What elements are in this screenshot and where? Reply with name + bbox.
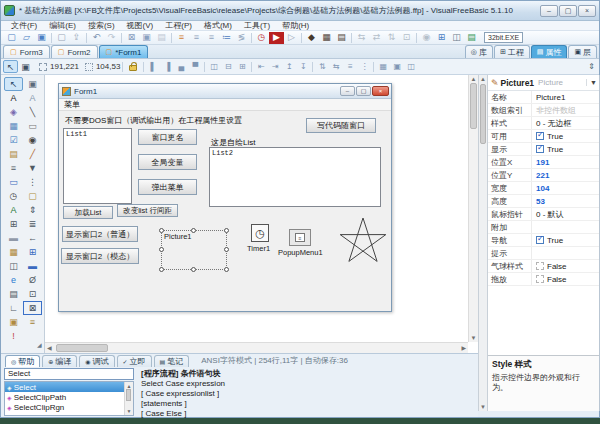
show-window2-modal-button[interactable]: 显示窗口2（模态） bbox=[61, 248, 139, 264]
menu-item[interactable]: 工程(P) bbox=[159, 21, 198, 31]
picture1-selected-control[interactable]: Picture1 bbox=[161, 230, 227, 270]
toolbox-scroll-icon[interactable]: ◢ bbox=[37, 341, 42, 348]
help-list-item[interactable]: ◈ Select bbox=[5, 382, 124, 392]
listview-tool[interactable]: ▤ bbox=[4, 287, 23, 301]
resize-handle[interactable] bbox=[191, 267, 196, 272]
scroll-thumb[interactable] bbox=[126, 389, 131, 401]
scroll-down-icon[interactable]: ▼ bbox=[479, 404, 487, 410]
undo-icon[interactable]: ↶ bbox=[89, 32, 104, 44]
run-alt-icon[interactable]: ▷ bbox=[284, 32, 299, 44]
load-list-button[interactable]: 加载List bbox=[63, 206, 113, 219]
properties-scrollbar[interactable]: ▲ ▼ bbox=[478, 75, 488, 411]
resize-handle[interactable] bbox=[159, 247, 164, 252]
form-button[interactable]: 弹出菜单 bbox=[138, 179, 197, 195]
space-down-icon[interactable]: ↧ bbox=[296, 61, 310, 73]
property-row[interactable]: 气球样式 False bbox=[488, 260, 599, 273]
maximize-button[interactable]: ▢ bbox=[559, 5, 577, 17]
align-right-icon[interactable]: ▐ bbox=[160, 61, 174, 73]
property-value[interactable]: 221 bbox=[532, 171, 599, 180]
bottom-tab[interactable]: ⊕ 编译 bbox=[42, 355, 77, 367]
property-value[interactable]: False bbox=[532, 275, 599, 284]
build-image-icon[interactable]: ▦ bbox=[319, 32, 334, 44]
close-button[interactable]: × bbox=[578, 5, 596, 17]
pointer-tool[interactable]: ↖ bbox=[4, 77, 23, 91]
toolbar-overflow-spinner[interactable]: ⇕ bbox=[588, 62, 595, 71]
checkbox-icon[interactable] bbox=[536, 262, 544, 270]
design-form-titlebar[interactable]: Form1 – ▢ × bbox=[59, 84, 391, 99]
menu-item[interactable]: 工具(T) bbox=[238, 21, 276, 31]
build-exe-icon[interactable]: ◆ bbox=[304, 32, 319, 44]
select-group-tool[interactable]: ▣ bbox=[23, 77, 42, 91]
delete-code-icon[interactable]: ⊠ bbox=[124, 32, 139, 44]
debug-step-icon[interactable]: ⇄ bbox=[369, 32, 384, 44]
grid-window-icon[interactable]: ⊞ bbox=[434, 32, 449, 44]
property-row[interactable]: 显示 True bbox=[488, 143, 599, 156]
form-tab[interactable]: ▢ Form2 bbox=[51, 45, 98, 58]
save-icon[interactable]: ▣ bbox=[34, 32, 49, 44]
checkbox-icon[interactable] bbox=[536, 275, 544, 283]
bottom-tab[interactable]: ◎ 帮助 bbox=[5, 355, 40, 367]
sort-icon[interactable]: ≶ bbox=[234, 32, 249, 44]
breakpoint-icon[interactable]: ⊡ bbox=[399, 32, 414, 44]
checkbox-tool[interactable]: ☑ bbox=[4, 133, 23, 147]
help-search-input[interactable]: Select bbox=[4, 368, 134, 380]
property-row[interactable]: 拖放 False bbox=[488, 273, 599, 286]
paste-code-icon[interactable]: ▤ bbox=[154, 32, 169, 44]
designer-horizontal-scrollbar[interactable]: ◀ ▶ bbox=[45, 342, 468, 353]
design-form-menu[interactable]: 菜单 bbox=[59, 99, 391, 111]
space-right-icon[interactable]: ⇥ bbox=[268, 61, 282, 73]
menu-item[interactable]: 视图(V) bbox=[121, 21, 160, 31]
property-value[interactable]: 0 - 默认 bbox=[532, 209, 599, 220]
minimize-button[interactable]: – bbox=[540, 5, 558, 17]
redo-icon[interactable]: ↷ bbox=[104, 32, 119, 44]
open-folder-icon[interactable]: ▱ bbox=[19, 32, 34, 44]
panel-tab[interactable]: ▤ 属性 bbox=[531, 45, 568, 58]
resize-handle[interactable] bbox=[224, 247, 229, 252]
menu-item[interactable]: 搜索(S) bbox=[82, 21, 121, 31]
textbox-tool[interactable]: ▭ bbox=[4, 175, 23, 189]
label-tool[interactable]: A bbox=[4, 91, 23, 105]
shape-tool[interactable]: ◈ bbox=[4, 105, 23, 119]
list2-control[interactable]: List2 bbox=[209, 147, 381, 207]
align-icon[interactable]: ≡ bbox=[174, 32, 189, 44]
line-tool[interactable]: ╲ bbox=[23, 105, 42, 119]
change-spacing-button[interactable]: 改变list 行间距 bbox=[117, 204, 178, 217]
property-row[interactable]: 鼠标指针 0 - 默认 bbox=[488, 208, 599, 221]
new-file-icon[interactable]: ▢ bbox=[4, 32, 19, 44]
build-target-box[interactable]: 32bit.EXE bbox=[484, 32, 523, 43]
window-icon[interactable]: ◫ bbox=[449, 32, 464, 44]
help-list-scrollbar[interactable]: ▲ ▼ bbox=[124, 382, 133, 415]
list1-control[interactable]: List1 bbox=[63, 128, 132, 204]
property-row[interactable]: 附加 bbox=[488, 221, 599, 234]
debug-over-icon[interactable]: ⇅ bbox=[384, 32, 399, 44]
form-button[interactable]: 窗口更名 bbox=[138, 129, 197, 145]
notes-icon[interactable]: ▤ bbox=[464, 32, 479, 44]
form-button[interactable]: 全局变量 bbox=[138, 154, 197, 170]
calendar-tool[interactable]: ⊞ bbox=[23, 245, 42, 259]
menu-item[interactable]: 帮助(H) bbox=[276, 21, 315, 31]
auto-label-tool[interactable]: A bbox=[4, 203, 23, 217]
help-list-item[interactable]: ◈ SelectClipPath bbox=[5, 392, 124, 402]
popupmenu-control-icon[interactable]: ≡ bbox=[289, 229, 311, 246]
designer-surface[interactable]: Form1 – ▢ × 菜单 不需要DOS窗口（调试输出用）在工程属性里设置 写… bbox=[45, 75, 478, 353]
form-tab[interactable]: ▢ Form3 bbox=[3, 45, 50, 58]
bottom-tab[interactable]: ✓ 立即 bbox=[117, 355, 152, 367]
distribute-icon[interactable]: ⋮ bbox=[357, 61, 371, 73]
listbox-tool[interactable]: ≡ bbox=[4, 161, 23, 175]
scroll-up-icon[interactable]: ▲ bbox=[469, 76, 478, 82]
folder-tool[interactable]: ▢ bbox=[23, 189, 42, 203]
scroll-left-icon[interactable]: ◀ bbox=[47, 344, 52, 351]
help-list-item[interactable]: ◈ SelectObject bbox=[5, 412, 124, 416]
center-v-icon[interactable]: ⊟ bbox=[221, 61, 235, 73]
scroll-down-icon[interactable]: ▼ bbox=[125, 408, 133, 414]
properties-header[interactable]: ✎ Picture1 Picture ▼ bbox=[488, 75, 599, 91]
designer-vertical-scrollbar[interactable]: ▲ ▼ bbox=[468, 75, 478, 342]
center-h-icon[interactable]: ◫ bbox=[207, 61, 221, 73]
property-row[interactable]: 宽度 104 bbox=[488, 182, 599, 195]
scroll-down-icon[interactable]: ▼ bbox=[469, 335, 478, 341]
resize-handle[interactable] bbox=[159, 267, 164, 272]
timer-control-icon[interactable]: ◷ bbox=[251, 224, 269, 242]
chart-tool[interactable]: ∟ bbox=[4, 301, 23, 315]
stamp-icon[interactable]: ◉ bbox=[419, 32, 434, 44]
star-shape[interactable] bbox=[340, 216, 386, 268]
